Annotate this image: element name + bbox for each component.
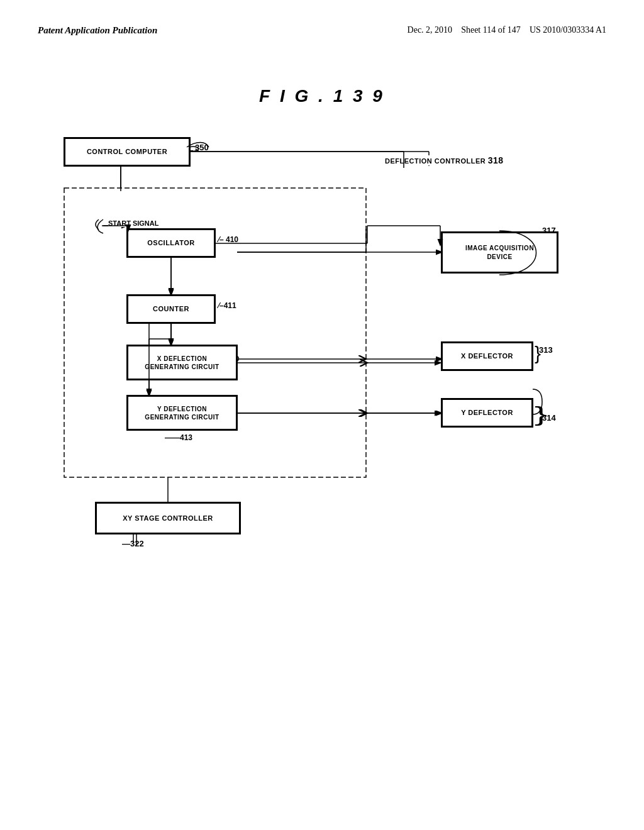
- ref-410: ∕– 410: [218, 235, 238, 244]
- x-deflector-box: X DEFLECTOR: [441, 342, 533, 370]
- counter-box: COUNTER: [127, 295, 215, 323]
- curve-350: −−: [189, 145, 199, 155]
- start-signal-label: START SIGNAL: [108, 219, 158, 227]
- bracket-313: }: [535, 344, 541, 363]
- image-acquisition-box: IMAGE ACQUISITIONDEVICE: [441, 232, 558, 273]
- header-date: Dec. 2, 2010: [408, 25, 453, 35]
- x-deflection-box: X DEFLECTIONGENERATING CIRCUIT: [127, 345, 237, 380]
- ref-411: ∕–411: [218, 301, 236, 310]
- oscillator-box: OSCILLATOR: [127, 229, 215, 257]
- publication-label: Patent Application Publication: [38, 25, 157, 36]
- svg-rect-1: [64, 188, 366, 477]
- diagram-container: CONTROL COMPUTER 350 −− DEFLECTION CONTR…: [52, 131, 592, 603]
- deflection-controller-label: DEFLECTION CONTROLLER 318: [385, 155, 504, 165]
- y-deflection-box: Y DEFLECTIONGENERATING CIRCUIT: [127, 396, 237, 430]
- xy-stage-controller-box: XY STAGE CONTROLLER: [96, 502, 240, 534]
- y-deflector-box: Y DEFLECTOR: [441, 399, 533, 427]
- ref-413: ——413: [165, 433, 192, 442]
- header-info: Dec. 2, 2010 Sheet 114 of 147 US 2010/03…: [408, 25, 606, 35]
- page-header: Patent Application Publication Dec. 2, 2…: [38, 25, 606, 36]
- page: Patent Application Publication Dec. 2, 2…: [0, 0, 644, 830]
- control-computer-box: CONTROL COMPUTER: [64, 138, 190, 166]
- header-patent: US 2010/0303334 A1: [530, 25, 606, 35]
- figure-title: F I G . 1 3 9: [38, 86, 606, 106]
- header-sheet: Sheet 114 of 147: [461, 25, 521, 35]
- ref-313: 313: [539, 345, 553, 355]
- ref-322: —322: [122, 539, 144, 548]
- bracket-314: }: [535, 404, 547, 425]
